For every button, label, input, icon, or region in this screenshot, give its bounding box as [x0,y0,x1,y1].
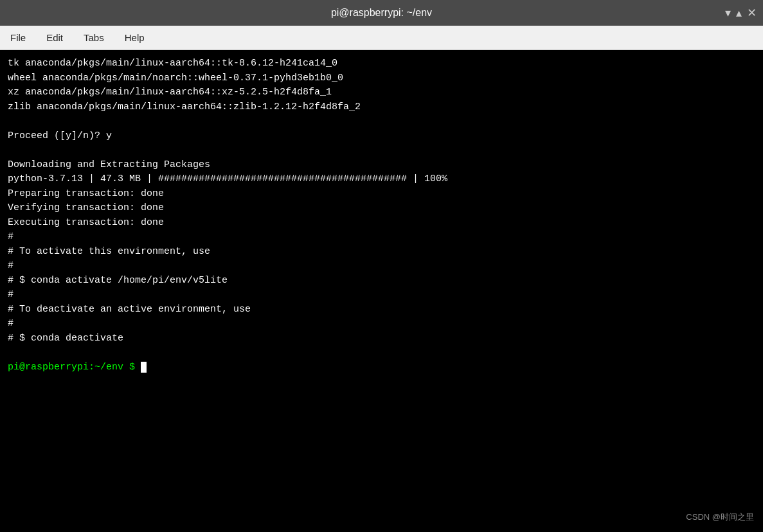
terminal-line-executing: Executing transaction: done [8,216,755,231]
close-icon[interactable]: ✕ [747,6,757,20]
terminal-line-comment-5: # To deactivate an active environment, u… [8,303,755,317]
window-title: pi@raspberrypi: ~/env [331,7,432,19]
terminal-prompt: pi@raspberrypi:~/env $ [8,362,135,373]
minimize-icon[interactable]: ▴ [736,6,742,20]
terminal-prompt-line[interactable]: pi@raspberrypi:~/env $ [8,360,755,375]
terminal-line-comment-2: # [8,259,755,274]
menu-edit[interactable]: Edit [42,31,67,44]
menu-bar: File Edit Tabs Help [0,26,763,50]
terminal-line-comment-7: # $ conda deactivate [8,332,755,346]
terminal-line-verifying: Verifying transaction: done [8,201,755,216]
terminal-line-zlib: zlib anaconda/pkgs/main/linux-aarch64::z… [8,100,755,115]
terminal-line-xz: xz anaconda/pkgs/main/linux-aarch64::xz-… [8,85,755,100]
terminal-line-preparing: Preparing transaction: done [8,187,755,202]
terminal-line-python-progress: python-3.7.13 | 47.3 MB | ##############… [8,172,755,187]
terminal-line-wheel: wheel anaconda/pkgs/main/noarch::wheel-0… [8,71,755,86]
menu-file[interactable]: File [6,31,30,44]
window-controls[interactable]: ▾ ▴ ✕ [725,6,757,20]
terminal-output[interactable]: tk anaconda/pkgs/main/linux-aarch64::tk-… [0,50,763,532]
dropdown-icon[interactable]: ▾ [725,6,731,20]
terminal-line-comment-4: # [8,288,755,303]
menu-help[interactable]: Help [121,31,148,44]
title-bar: pi@raspberrypi: ~/env ▾ ▴ ✕ [0,0,763,26]
terminal-line-proceed: Proceed ([y]/n)? y [8,129,755,144]
terminal-cursor [141,362,147,373]
menu-tabs[interactable]: Tabs [80,31,108,44]
terminal-line-tk: tk anaconda/pkgs/main/linux-aarch64::tk-… [8,57,755,71]
terminal-line-comment-3: # $ conda activate /home/pi/env/v5lite [8,274,755,288]
terminal-line-comment-0: # [8,230,755,245]
terminal-line-comment-6: # [8,317,755,332]
terminal-line-comment-1: # To activate this environment, use [8,245,755,260]
terminal-line-downloading: Downloading and Extracting Packages [8,158,755,173]
watermark: CSDN @时间之里 [686,511,754,524]
